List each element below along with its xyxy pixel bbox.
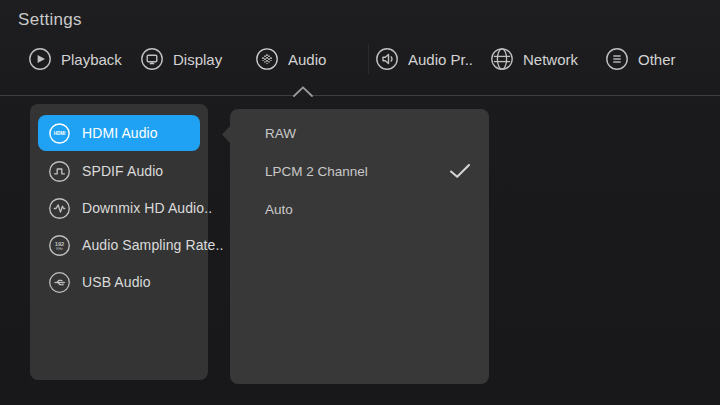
svg-text:HDMI: HDMI <box>54 131 66 136</box>
list-item-label: Audio Sampling Rate.. <box>82 237 223 253</box>
spdif-icon <box>48 160 71 183</box>
option-raw[interactable]: RAW <box>230 114 489 152</box>
waveform-icon <box>48 197 71 220</box>
globe-icon <box>490 47 514 71</box>
list-item-label: Downmix HD Audio.. <box>82 200 212 216</box>
tab-label: Audio <box>288 51 326 68</box>
option-auto[interactable]: Auto <box>230 190 489 228</box>
tabbar-divider <box>0 95 720 96</box>
speaker-icon <box>375 47 399 71</box>
tab-label: Playback <box>61 51 122 68</box>
active-tab-caret <box>293 86 313 97</box>
tab-playback[interactable]: Playback <box>28 45 122 73</box>
tab-separator <box>368 44 369 74</box>
play-icon <box>28 47 52 71</box>
list-item-label: USB Audio <box>82 274 151 290</box>
audio-settings-list: HDMI HDMI Audio SPDIF Audio Downmix HD A… <box>30 104 208 380</box>
check-icon <box>449 163 471 179</box>
menu-icon <box>605 47 629 71</box>
display-icon <box>140 47 164 71</box>
list-item-usb-audio[interactable]: USB Audio <box>38 264 200 300</box>
tab-label: Audio Pr.. <box>408 51 473 68</box>
settings-screen: Settings Playback Display Aud <box>0 0 720 405</box>
hdmi-icon: HDMI <box>48 122 71 145</box>
list-item-audio-sampling-rate[interactable]: 192 KHz Audio Sampling Rate.. <box>38 227 200 263</box>
tab-label: Other <box>638 51 676 68</box>
tab-audio[interactable]: Audio <box>255 45 326 73</box>
page-title: Settings <box>18 10 82 30</box>
hdmi-audio-options: RAW LPCM 2 Channel Auto <box>230 109 489 384</box>
list-item-label: HDMI Audio <box>82 125 158 141</box>
usb-icon <box>48 271 71 294</box>
list-item-downmix-hd-audio[interactable]: Downmix HD Audio.. <box>38 190 200 226</box>
tab-other[interactable]: Other <box>605 45 676 73</box>
list-item-spdif-audio[interactable]: SPDIF Audio <box>38 153 200 189</box>
tab-label: Network <box>523 51 578 68</box>
svg-text:192: 192 <box>55 241 65 247</box>
option-label: LPCM 2 Channel <box>265 164 368 179</box>
equalizer-icon <box>255 47 279 71</box>
sampling-rate-icon: 192 KHz <box>48 234 71 257</box>
option-label: RAW <box>265 126 296 141</box>
list-item-hdmi-audio[interactable]: HDMI HDMI Audio <box>38 115 200 151</box>
list-item-label: SPDIF Audio <box>82 163 163 179</box>
tab-audio-pr[interactable]: Audio Pr.. <box>375 45 473 73</box>
tab-label: Display <box>173 51 222 68</box>
option-lpcm-2-channel[interactable]: LPCM 2 Channel <box>230 152 489 190</box>
option-label: Auto <box>265 202 293 217</box>
svg-text:KHz: KHz <box>56 247 63 251</box>
tab-display[interactable]: Display <box>140 45 222 73</box>
tab-network[interactable]: Network <box>490 45 578 73</box>
